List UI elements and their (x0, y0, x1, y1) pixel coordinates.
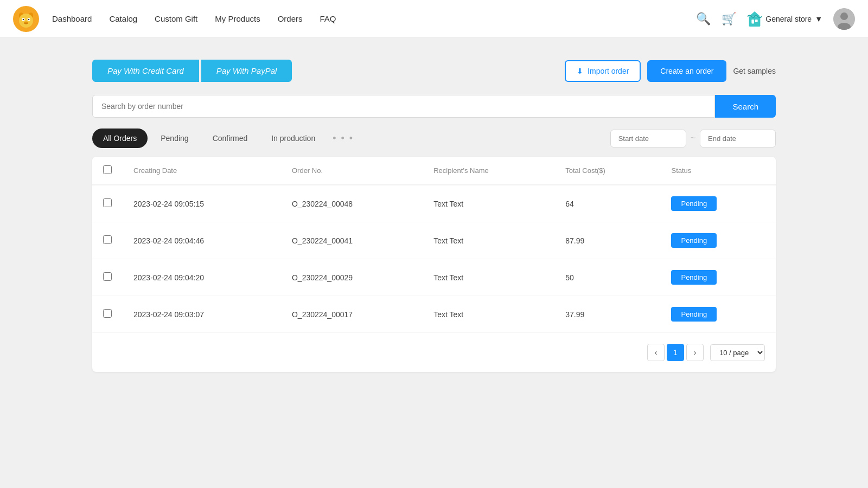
store-chevron-icon: ▼ (815, 15, 822, 23)
nav-right: 🔍 🛒 General store ▼ (696, 8, 855, 30)
nav-link-orders[interactable]: Orders (278, 14, 303, 23)
col-status: Status (660, 157, 776, 185)
start-date-input[interactable] (610, 130, 686, 147)
orders-table-container: Creating Date Order No. Recipient's Name… (92, 157, 776, 372)
row-recipient-2: Text Text (423, 259, 554, 296)
page-size-selector[interactable]: 10 / page 20 / page 50 / page (710, 344, 765, 361)
table-row: 2023-02-24 09:04:20 O_230224_00029 Text … (92, 259, 776, 296)
cart-icon[interactable]: 🛒 (722, 12, 736, 26)
search-button[interactable]: Search (715, 95, 776, 118)
table-header-row: Creating Date Order No. Recipient's Name… (92, 157, 776, 185)
table-row: 2023-02-24 09:04:46 O_230224_00041 Text … (92, 222, 776, 259)
tab-in-production[interactable]: In production (260, 129, 326, 148)
status-badge-2: Pending (671, 270, 717, 285)
next-page-button[interactable]: › (686, 344, 704, 361)
create-order-button[interactable]: Create an order (647, 60, 726, 82)
tab-pending[interactable]: Pending (150, 129, 199, 148)
select-all-header (92, 157, 123, 185)
svg-point-6 (23, 18, 24, 20)
col-total-cost: Total Cost($) (554, 157, 660, 185)
row-checkbox-1[interactable] (103, 235, 112, 244)
svg-rect-9 (749, 16, 761, 27)
search-icon[interactable]: 🔍 (696, 12, 711, 26)
more-tabs-icon[interactable]: • • • (328, 133, 358, 144)
orders-table-body: 2023-02-24 09:05:15 O_230224_00048 Text … (92, 185, 776, 333)
store-name: General store (765, 15, 812, 23)
search-bar: Search (92, 95, 776, 118)
nav-link-dashboard[interactable]: Dashboard (52, 14, 92, 23)
row-checkbox-0[interactable] (103, 198, 112, 207)
status-badge-3: Pending (671, 307, 717, 322)
row-date-0: 2023-02-24 09:05:15 (123, 185, 281, 222)
col-creating-date: Creating Date (123, 157, 281, 185)
row-total-3: 37.99 (554, 296, 660, 333)
get-samples-button[interactable]: Get samples (733, 67, 776, 75)
svg-point-7 (28, 18, 30, 20)
row-date-2: 2023-02-24 09:04:20 (123, 259, 281, 296)
date-separator: ~ (691, 133, 695, 143)
pay-credit-card-button[interactable]: Pay With Credit Card (92, 60, 199, 82)
right-actions: ⬇ Import order Create an order Get sampl… (565, 60, 776, 82)
tab-confirmed[interactable]: Confirmed (202, 129, 259, 148)
top-actions: Pay With Credit Card Pay With PayPal ⬇ I… (92, 60, 776, 82)
filter-tabs: All Orders Pending Confirmed In producti… (92, 129, 776, 148)
row-checkbox-cell-1 (92, 222, 123, 259)
svg-point-3 (19, 14, 33, 28)
table-row: 2023-02-24 09:05:15 O_230224_00048 Text … (92, 185, 776, 222)
main-content: Pay With Credit Card Pay With PayPal ⬇ I… (81, 38, 787, 394)
svg-rect-11 (755, 19, 758, 22)
status-badge-1: Pending (671, 233, 717, 248)
logo[interactable] (13, 6, 39, 32)
nav-link-my-products[interactable]: My Products (215, 14, 260, 23)
row-total-0: 64 (554, 185, 660, 222)
row-checkbox-cell-3 (92, 296, 123, 333)
row-status-2: Pending (660, 259, 776, 296)
nav-links: Dashboard Catalog Custom Gift My Product… (52, 14, 696, 23)
row-order-no-0: O_230224_00048 (281, 185, 423, 222)
prev-page-button[interactable]: ‹ (647, 344, 665, 361)
pay-paypal-button[interactable]: Pay With PayPal (201, 60, 292, 82)
row-total-1: 87.99 (554, 222, 660, 259)
store-selector[interactable]: General store ▼ (747, 10, 822, 28)
import-order-button[interactable]: ⬇ Import order (565, 60, 641, 82)
svg-point-13 (840, 12, 848, 20)
row-recipient-3: Text Text (423, 296, 554, 333)
nav-link-faq[interactable]: FAQ (320, 14, 336, 23)
search-input[interactable] (92, 95, 715, 118)
row-order-no-3: O_230224_00017 (281, 296, 423, 333)
row-date-1: 2023-02-24 09:04:46 (123, 222, 281, 259)
row-total-2: 50 (554, 259, 660, 296)
svg-rect-10 (752, 19, 755, 23)
row-recipient-1: Text Text (423, 222, 554, 259)
row-order-no-2: O_230224_00029 (281, 259, 423, 296)
end-date-input[interactable] (700, 130, 776, 147)
import-icon: ⬇ (577, 67, 583, 75)
avatar[interactable] (833, 8, 855, 30)
table-row: 2023-02-24 09:03:07 O_230224_00017 Text … (92, 296, 776, 333)
orders-table: Creating Date Order No. Recipient's Name… (92, 157, 776, 333)
row-date-3: 2023-02-24 09:03:07 (123, 296, 281, 333)
row-checkbox-cell-0 (92, 185, 123, 222)
row-status-3: Pending (660, 296, 776, 333)
pagination: ‹ 1 › 10 / page 20 / page 50 / page (92, 333, 776, 372)
col-order-no: Order No. (281, 157, 423, 185)
row-status-1: Pending (660, 222, 776, 259)
row-checkbox-3[interactable] (103, 309, 112, 318)
nav-link-custom-gift[interactable]: Custom Gift (155, 14, 197, 23)
nav-link-catalog[interactable]: Catalog (109, 14, 137, 23)
status-badge-0: Pending (671, 196, 717, 211)
date-range: ~ (610, 130, 776, 147)
select-all-checkbox[interactable] (103, 165, 112, 174)
page-1-button[interactable]: 1 (667, 344, 684, 361)
row-recipient-0: Text Text (423, 185, 554, 222)
row-checkbox-cell-2 (92, 259, 123, 296)
row-checkbox-2[interactable] (103, 272, 112, 281)
row-status-0: Pending (660, 185, 776, 222)
navbar: Dashboard Catalog Custom Gift My Product… (0, 0, 868, 38)
payment-buttons: Pay With Credit Card Pay With PayPal (92, 60, 292, 82)
tab-all-orders[interactable]: All Orders (92, 129, 148, 148)
col-recipient-name: Recipient's Name (423, 157, 554, 185)
row-order-no-1: O_230224_00041 (281, 222, 423, 259)
